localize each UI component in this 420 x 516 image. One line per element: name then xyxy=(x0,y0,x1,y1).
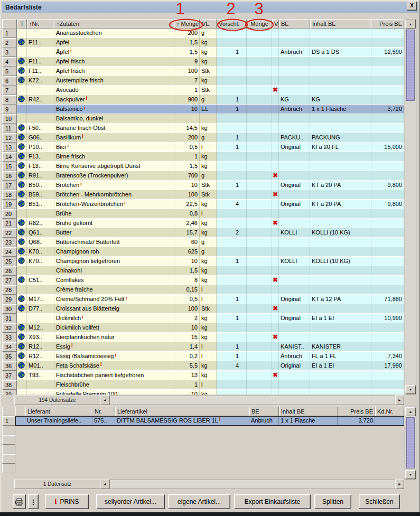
scroll-left-icon[interactable]: ◄ xyxy=(100,480,109,489)
close-button[interactable]: X xyxy=(407,2,417,11)
column-header-zutaten[interactable]: ↑Zutaten xyxy=(54,19,174,29)
table-row-2[interactable]: 2F11..Apfel1,5kg xyxy=(2,38,404,48)
table-row-4[interactable]: 4F11..Apfel frisch9kg xyxy=(2,57,404,67)
table-row-23[interactable]: 23Q68..Butterschmalz/ Butterfett60g xyxy=(2,238,404,247)
column-header-blank[interactable] xyxy=(2,407,15,416)
column-header-nr.[interactable]: ↑Nr. xyxy=(27,19,54,29)
splitten-button[interactable]: Splitten xyxy=(314,494,351,509)
table-row-32[interactable]: 32M12..Dickmilch vollfett10kg xyxy=(2,323,404,333)
column-header-inhaltbe[interactable]: Inhalt BE xyxy=(279,407,338,416)
scroll-up-icon[interactable]: ▲ xyxy=(405,407,416,416)
column-header-vorschl.[interactable]: Vorschl. xyxy=(217,19,247,29)
cell-inhalt-be xyxy=(310,152,371,162)
eigene-artikel-button[interactable]: eigene Artikel... xyxy=(168,494,230,509)
scroll-down-icon[interactable]: ▼ xyxy=(405,470,416,479)
schliessen-button[interactable]: Schließen xyxy=(359,494,400,509)
table-row-28[interactable]: 28Crème fraîche0,15l xyxy=(2,285,404,295)
column-header-menge[interactable]: ↑ Menge xyxy=(174,19,200,29)
column-header-lieferant[interactable]: Lieferant xyxy=(25,407,92,416)
table-row-38[interactable]: 38Fleischbrühe1l xyxy=(2,380,404,390)
column-header-ve[interactable]: VE xyxy=(200,19,217,29)
cell-menge: 1 xyxy=(174,380,200,390)
globe-icon xyxy=(18,143,25,150)
cell-inhalt-be xyxy=(310,247,371,257)
column-header-t[interactable]: T xyxy=(17,19,27,29)
cell-menge: 1,4 xyxy=(174,342,200,352)
table-row-18[interactable]: 18B59..Brötchen - Mehrkornbrötchen100Stk… xyxy=(2,190,404,200)
more-options-button[interactable]: ⋮ xyxy=(28,494,39,509)
selected-supplier-row[interactable]: Unser Trainingsliefe..575..DITTM BALSAME… xyxy=(15,416,404,426)
scroll-right-icon[interactable]: ► xyxy=(395,396,404,405)
table-row-19[interactable]: 19B51..Brötchen-Weizenbrötcheni22,5kg4Or… xyxy=(2,200,404,209)
table-row-14[interactable]: 14F13..Birne frisch1kg xyxy=(2,152,404,162)
table-row-16[interactable]: 16R91..Bratensoße (Trockenpulver)700g✖ xyxy=(2,171,404,181)
column-header-kd.nr.[interactable]: Kd.Nr. xyxy=(375,407,404,416)
table-row-13[interactable]: 13P10..Bieri0,5l1OriginalKI a 20 FL15,00… xyxy=(2,143,404,152)
cell-vorschlag xyxy=(217,285,247,295)
table-row-36[interactable]: 36M01..Feta Schafskäsei5,5kg4OriginalEI … xyxy=(2,361,404,371)
cell-be: Anbruch xyxy=(279,352,310,361)
table-row-22[interactable]: 22Q61..Butter15,7kg2KOLLIKOLLI (10 KG) xyxy=(2,228,404,238)
cell-menge: 22,5 xyxy=(174,200,200,209)
column-header-be[interactable]: BE xyxy=(249,407,279,416)
table-row-35[interactable]: 35R12..Essig /Balsamicoessigi0,2l1Anbruc… xyxy=(2,352,404,361)
column-header-be[interactable]: BE xyxy=(279,19,310,29)
cell-type xyxy=(17,48,27,57)
table-row-24[interactable]: 24K70..Champignon roh625g xyxy=(2,247,404,257)
scroll-up-icon[interactable]: ▲ xyxy=(405,20,416,29)
scroll-down-icon[interactable]: ▼ xyxy=(405,385,416,394)
table-row-26[interactable]: 26Chinakohl1,5kg xyxy=(2,266,404,276)
table-row-39[interactable]: 39Frikadelle Premium 10010kg xyxy=(2,390,404,395)
table-row-17[interactable]: 17B50..Brötcheni10Stk1OriginalKT a 20 PA… xyxy=(2,181,404,190)
cell-vorschlag xyxy=(217,209,247,219)
cell-v-flag xyxy=(272,285,279,295)
scroll-right-icon[interactable]: ► xyxy=(395,480,404,489)
column-header-blank[interactable] xyxy=(2,19,17,29)
lower-vertical-scrollbar[interactable]: ▲ ▼ xyxy=(405,407,416,480)
table-row-37[interactable]: 37T93..Fischstäbchen paniert tiefgefrore… xyxy=(2,371,404,380)
lower-scrollbar-thumb[interactable] xyxy=(406,417,415,468)
column-header-v[interactable]: V xyxy=(272,19,279,29)
table-row-12[interactable]: 12G06..Basilikumi200g1PACKU..PACKUNG xyxy=(2,133,404,143)
cell-be: Original xyxy=(279,181,310,190)
print-button[interactable] xyxy=(13,494,26,509)
upper-horizontal-scrollbar[interactable] xyxy=(109,396,395,405)
table-row-7[interactable]: 7Avocado1Stk✖ xyxy=(2,86,404,95)
table-row-10[interactable]: 10Balsamico, dunkel xyxy=(2,114,404,124)
cell-menge: 10 xyxy=(174,390,200,395)
column-header-menge[interactable]: Menge xyxy=(247,19,272,29)
table-row-21[interactable]: 21R82..Brühe gekörnt2,46kg✖ xyxy=(2,219,404,228)
table-row-3[interactable]: 3Äpfeli1,5kg1AnbruchDS a 1 DS12,590 xyxy=(2,48,404,57)
lower-horizontal-scrollbar[interactable] xyxy=(109,480,395,489)
export-einkaufsliste-button[interactable]: Export Einkaufsliste xyxy=(234,494,311,509)
prins-button[interactable]: i PRiNS xyxy=(45,494,89,509)
sellyorder-artikel-button[interactable]: sellyorder Artikel... xyxy=(96,494,165,509)
upper-status-row: 194 Datensätze ◄ ► xyxy=(2,396,404,406)
upper-vertical-scrollbar[interactable]: ▲ ▼ xyxy=(405,19,416,395)
column-header-nr.[interactable]: Nr. xyxy=(92,407,115,416)
column-header-blank[interactable] xyxy=(15,407,25,416)
column-header-lieferartikel[interactable]: Lieferartikel xyxy=(115,407,249,416)
table-row-34[interactable]: 34R12..Essigi1,4l1KANIST..KANISTER xyxy=(2,342,404,352)
table-row-30[interactable]: 30D77..Croissant aus Blätterteig100Stk✖ xyxy=(2,304,404,314)
column-header-preisbe[interactable]: Preis BE xyxy=(371,19,404,29)
scroll-left-icon[interactable]: ◄ xyxy=(100,396,109,405)
table-row-29[interactable]: 29M17..Creme/Schmand 20% Fetti0,5l1Origi… xyxy=(2,295,404,304)
supplier-row-1[interactable]: 1Unser Trainingsliefe..575..DITTM BALSAM… xyxy=(2,416,404,426)
table-row-15[interactable]: 15F13..Birne Konserve abgetropft Dunst1,… xyxy=(2,162,404,171)
table-row-25[interactable]: 25K70..Champignon tiefgefroren10kg1KOLLI… xyxy=(2,257,404,266)
table-row-11[interactable]: 11F50..Banane frisch Obst14,5kg xyxy=(2,124,404,133)
table-row-33[interactable]: 33X93..Eierpfannkuchen natur15kg✖ xyxy=(2,333,404,342)
column-header-inhaltbe[interactable]: Inhalt BE xyxy=(310,19,371,29)
table-row-27[interactable]: 27C51..Cornflakes8kg✖ xyxy=(2,276,404,285)
upper-scrollbar-thumb[interactable] xyxy=(406,30,415,101)
table-row-8[interactable]: 8R42..Backpulveri900g1KGKG xyxy=(2,95,404,105)
table-row-1[interactable]: 1Ananasstückchen200g xyxy=(2,29,404,38)
table-row-20[interactable]: 20Brühe0,8l xyxy=(2,209,404,219)
table-row-31[interactable]: 31Dickmilchi2kg1OriginalEI a 1 EI10,990 xyxy=(2,314,404,323)
cell-row-number: 31 xyxy=(2,314,17,323)
table-row-9[interactable]: 9Balsamicoi10EL1Anbruch1 x 1 Flasche3,72… xyxy=(2,105,404,114)
table-row-5[interactable]: 5F11..Apfel frisch100Stk xyxy=(2,67,404,76)
table-row-6[interactable]: 6K72..Austernpilze frisch7kg xyxy=(2,76,404,86)
column-header-preisbe[interactable]: Preis BE xyxy=(338,407,375,416)
